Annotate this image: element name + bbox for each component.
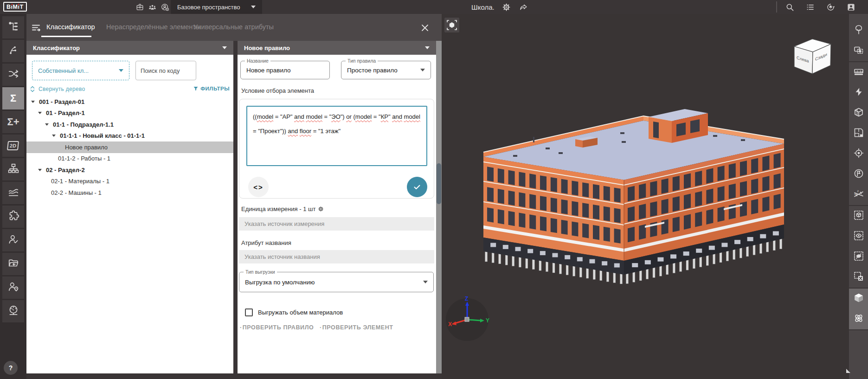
sidebar-item-view-2d[interactable]: 2D [2,135,24,157]
tab-universal-attributes[interactable]: Универсальные атрибуты [193,23,274,31]
toolbar-separator [849,329,868,330]
viewport-tool-floor-plan[interactable] [849,123,868,144]
tree-expand-caret-icon[interactable] [38,112,42,114]
flag-icon [853,168,864,181]
viewport-tool-flash[interactable] [849,83,868,103]
svg-text:2: 2 [857,189,859,193]
tree-controls: Свернуть дерево ФИЛЬТРЫ [26,86,233,93]
team-icon[interactable] [147,2,157,12]
workspace-select[interactable]: Базовое пространство [171,0,262,14]
viewport-resize-handle[interactable] [846,369,850,373]
menu-list-icon[interactable] [804,1,816,13]
sidebar-item-trend-lines[interactable] [2,182,24,204]
viewport-tool-orbit[interactable] [849,309,868,329]
materials-volume-checkbox[interactable] [245,308,253,316]
viewport-tool-compare-versions[interactable]: 12 [849,185,868,205]
check-element-button[interactable]: ПРОВЕРИТЬ ЭЛЕМЕНТ [320,324,393,331]
sidebar-item-connections[interactable] [2,40,24,62]
collapse-tree-button[interactable]: Свернуть дерево [30,86,85,92]
tree-item[interactable]: 02-2 - Машины - 1 [26,187,233,199]
tree-expand-caret-icon[interactable] [31,101,35,103]
share-icon[interactable] [519,2,529,12]
tree-item[interactable]: 01 - Раздел-1 [26,108,233,119]
briefcase-icon[interactable] [135,2,145,12]
avatar-icon[interactable] [845,1,856,13]
filters-button[interactable]: ФИЛЬТРЫ [193,86,230,91]
view-cube[interactable]: Слева Сзади [794,39,831,74]
code-search-input[interactable] [135,61,196,80]
unit-gear-icon[interactable] [318,206,324,212]
user-check-icon [7,233,19,247]
side-rail: ΣΣ+2D ? [0,14,26,379]
tree-item-label: Новое правило [65,144,108,151]
tree-item[interactable]: 01-1 - Подраздел-1.1 [26,119,233,130]
settings-gear-icon[interactable] [502,2,512,12]
tree-item[interactable]: Новое правило [26,141,233,153]
sidebar-item-shuffle[interactable] [2,64,24,86]
viewport-tool-hide-eye[interactable] [849,247,868,267]
select-hexagon-icon [444,18,459,32]
apply-condition-button[interactable] [407,177,427,197]
viewport-tool-show-eye[interactable] [849,226,868,247]
rule-name-field[interactable]: Название Новое правило [240,61,330,79]
collapse-tree-label: Свернуть дерево [39,86,85,92]
panel-menu-icon[interactable] [31,23,41,33]
select-mode-button[interactable] [444,18,459,32]
tree-item[interactable]: 01-1-2 - Работы - 1 [26,153,233,165]
viewport-tool-section-box[interactable] [849,103,868,123]
filter-funnel-icon [193,86,199,91]
classifier-select[interactable]: Собственный кл... [32,61,129,80]
tab-classifier[interactable]: Классификатор [46,23,95,31]
sidebar-item-org-chart[interactable] [2,158,24,180]
floor-plan-icon [853,127,864,140]
app-logo[interactable]: BıMıT [3,2,27,12]
rule-panel-header[interactable]: Новое правило [238,41,436,55]
axis-gizmo[interactable]: Z X Y [446,295,489,341]
tree-expand-caret-icon[interactable] [45,123,49,126]
tab-unassigned-elements[interactable]: Нераспределённые элементы [106,23,200,31]
search-icon[interactable] [784,1,795,13]
viewport-tool-flag[interactable] [849,164,868,185]
sidebar-item-sigma[interactable]: Σ [2,87,24,109]
close-icon[interactable] [421,24,429,32]
sidebar-item-folder-import[interactable] [2,253,24,275]
help-button[interactable]: ? [4,361,18,375]
viewport-tool-select-elements[interactable] [849,41,868,61]
viewport-3d[interactable]: Слева Сзади Z X Y [442,14,868,379]
mid-scrollbar-thumb[interactable] [437,163,441,204]
rule-name-value: Новое правило [246,67,291,74]
condition-input[interactable]: ((model = "АР" and model = "ЭО") or (mod… [246,106,427,166]
topbar-right-icons [784,0,856,14]
sidebar-item-user-location[interactable] [2,276,24,299]
tree-item[interactable]: 001 - Раздел-01 [26,96,233,108]
tree-item[interactable]: 02-1 - Материалы - 1 [26,176,233,187]
notifications-icon[interactable] [825,1,836,13]
rule-type-select[interactable]: Тип правила Простое правило [341,61,431,79]
tree-expand-caret-icon[interactable] [52,135,56,137]
viewport-tool-clear-selection[interactable] [849,267,868,288]
check-rule-button[interactable]: ПРОВЕРИТЬ ПРАВИЛО [240,324,314,331]
sidebar-item-gauge[interactable] [2,300,24,322]
viewport-tool-isolate-box[interactable] [849,206,868,226]
tree-item[interactable]: 02 - Раздел-2 [26,164,233,176]
sidebar-item-user-check[interactable] [2,229,24,251]
tree-item[interactable]: 01-1-1 - Новый класс - 01-1-1 [26,130,233,142]
viewport-tool-ruler[interactable] [849,62,868,83]
account-shield-icon[interactable] [160,2,170,12]
building-model[interactable] [483,109,784,284]
sidebar-item-puzzle[interactable] [2,206,24,228]
viewport-tool-locate[interactable] [849,144,868,164]
viewport-tool-shaded-cube[interactable] [849,289,868,309]
viewport-tool-tree-nature[interactable] [849,20,868,41]
sidebar-item-sigma-plus[interactable]: Σ+ [2,111,24,133]
export-type-select[interactable]: Тип выгрузки Выгрузка по умолчанию [239,272,434,292]
project-title-group: Школа. [471,0,529,14]
mid-scrollbar-track[interactable] [436,41,442,373]
unit-source-field[interactable]: Указать источник измерения [239,217,434,231]
axis-z-label: Z [465,295,468,302]
sidebar-item-classifier-tree[interactable] [2,16,24,39]
code-mode-button[interactable]: <> [248,177,269,197]
name-source-field[interactable]: Указать источник названия [239,250,434,263]
classifier-panel-header[interactable]: Классификатор [26,41,233,55]
tree-expand-caret-icon[interactable] [38,169,42,171]
